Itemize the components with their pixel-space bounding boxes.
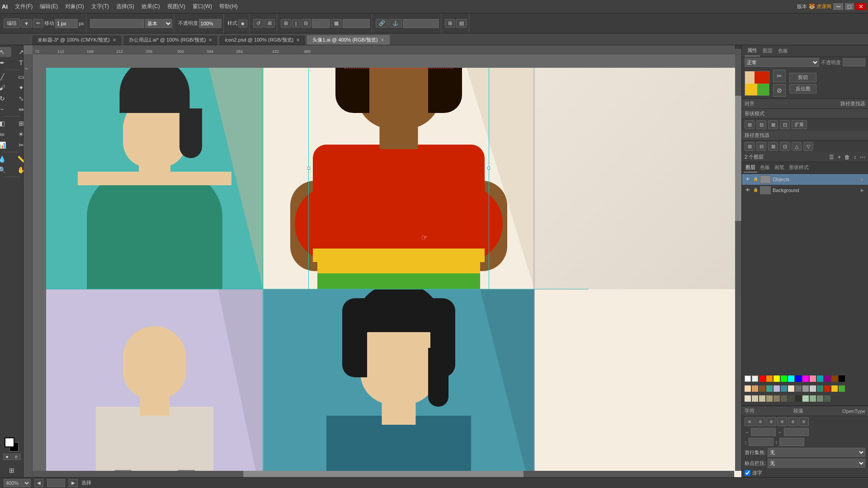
ligate-checkbox[interactable] bbox=[745, 470, 750, 476]
swatch-red[interactable] bbox=[759, 375, 765, 382]
tool-gradient[interactable]: ◧ bbox=[0, 118, 11, 128]
swatch-3-11[interactable] bbox=[817, 395, 823, 402]
tool-eyedrop[interactable]: 💧 bbox=[0, 154, 11, 164]
swatch-orange[interactable] bbox=[766, 375, 773, 382]
align-btn-4[interactable]: ▦ bbox=[331, 19, 342, 28]
pf-btn-4[interactable]: ⊡ bbox=[780, 142, 790, 151]
embed-input[interactable] bbox=[403, 19, 439, 28]
swatch-skin-light[interactable] bbox=[745, 385, 751, 392]
swatch-red-2[interactable] bbox=[824, 385, 830, 392]
align-left-btn[interactable]: ≡ bbox=[745, 417, 755, 426]
toolbar-group-btn[interactable]: 编组 bbox=[4, 19, 20, 28]
swatch-magenta[interactable] bbox=[802, 375, 809, 382]
layers-delete-btn[interactable]: 🗑 bbox=[844, 154, 850, 160]
leading-select[interactable]: 无 bbox=[768, 448, 865, 457]
panel-tab-layers[interactable]: 图层 bbox=[760, 46, 775, 56]
tracking-select[interactable]: 无 bbox=[768, 459, 865, 468]
align-force-btn[interactable]: ≡ bbox=[799, 417, 809, 426]
align-btn-3[interactable]: ⊟ bbox=[301, 19, 311, 28]
swatch-3-10[interactable] bbox=[810, 395, 816, 402]
nav-prev-btn[interactable]: ◀ bbox=[34, 479, 43, 487]
swatch-yellow[interactable] bbox=[774, 375, 780, 382]
swatch-teal-med[interactable] bbox=[766, 385, 773, 392]
swatch-yellow-2[interactable] bbox=[831, 385, 838, 392]
align-btn-1[interactable]: ⊞ bbox=[281, 19, 291, 28]
blend-mode-select[interactable]: 正常 bbox=[745, 58, 819, 67]
menu-view[interactable]: 视图(V) bbox=[164, 3, 189, 10]
panel-tab-swatches[interactable]: 色板 bbox=[775, 46, 791, 56]
align-justify-last-btn[interactable]: ≡ bbox=[788, 417, 798, 426]
swatch-beige[interactable] bbox=[788, 385, 794, 392]
reverse-path-btn[interactable]: 反位图 bbox=[789, 84, 816, 94]
align-right-btn[interactable]: ≡ bbox=[766, 417, 776, 426]
menu-effect[interactable]: 效果(C) bbox=[138, 3, 164, 10]
layer-background-eye[interactable]: 👁 bbox=[745, 187, 751, 193]
vscrollbar-thumb[interactable] bbox=[735, 96, 741, 221]
layers-menu-btn[interactable]: ☰ bbox=[829, 154, 834, 160]
align-center-btn[interactable]: ≡ bbox=[755, 417, 765, 426]
swatch-lt-gray[interactable] bbox=[810, 385, 816, 392]
toolbar-pen-btn[interactable]: ✏ bbox=[33, 19, 43, 28]
tool-rotate[interactable]: ↻ bbox=[0, 94, 11, 103]
pf-btn-3[interactable]: ⊠ bbox=[768, 142, 778, 151]
layer-background-lock[interactable]: 🔒 bbox=[753, 188, 758, 193]
align-justify-btn[interactable]: ≡ bbox=[777, 417, 787, 426]
swatch-blue[interactable] bbox=[795, 375, 802, 382]
swatch-3-8[interactable] bbox=[795, 395, 802, 402]
swatch-green[interactable] bbox=[781, 375, 787, 382]
opacity-value-input[interactable]: 100% bbox=[843, 58, 865, 66]
style-btn[interactable]: ■ bbox=[238, 19, 248, 28]
close-button[interactable]: ✕ bbox=[856, 3, 866, 10]
tool-select[interactable]: ↖ bbox=[0, 47, 11, 57]
layers-move-btn[interactable]: ↕ bbox=[854, 154, 856, 160]
embed-btn[interactable]: ⚓ bbox=[389, 19, 402, 28]
align-input[interactable] bbox=[312, 19, 330, 28]
transform-btn[interactable]: ⊞ bbox=[264, 19, 275, 28]
menu-window[interactable]: 窗口(W) bbox=[189, 3, 216, 10]
menu-help[interactable]: 帮助(H) bbox=[216, 3, 241, 10]
swatch-black[interactable] bbox=[839, 375, 845, 382]
pf-btn-5[interactable]: △ bbox=[792, 142, 802, 151]
swatch-dk-gray[interactable] bbox=[795, 385, 802, 392]
zoom-select[interactable]: 400% 200% 100% bbox=[4, 479, 31, 487]
layers-tab-swatches[interactable]: 色板 bbox=[758, 163, 772, 173]
no-clip-icon[interactable]: ⊘ bbox=[773, 84, 786, 97]
tool-brush[interactable]: 🖌 bbox=[0, 83, 11, 93]
tab-3[interactable]: 头像1.ai @ 400% (RGB/预览) ✕ bbox=[307, 35, 390, 45]
menu-edit[interactable]: 编辑(E) bbox=[36, 3, 61, 10]
swatch-skin-medium[interactable] bbox=[752, 385, 758, 392]
vertical-scrollbar[interactable] bbox=[735, 54, 741, 471]
color-mode-none[interactable]: ⊘ bbox=[12, 454, 20, 460]
toolbar-arrow-btn[interactable]: ▼ bbox=[21, 19, 32, 28]
swatch-skin-dark[interactable] bbox=[759, 385, 765, 392]
swatch-3-6[interactable] bbox=[781, 395, 787, 402]
tool-blend[interactable]: ∞ bbox=[0, 129, 11, 139]
toolbar-stroke-style[interactable]: 基本 bbox=[145, 19, 172, 28]
tool-warp[interactable]: ~ bbox=[0, 104, 11, 114]
swatch-med-gray[interactable] bbox=[802, 385, 809, 392]
swatch-3-7[interactable] bbox=[788, 395, 794, 402]
tab-close-0[interactable]: ✕ bbox=[113, 38, 116, 42]
extra-btn-2[interactable]: ▤ bbox=[456, 19, 467, 28]
layer-background[interactable]: 👁 🔒 Background ▶ bbox=[742, 185, 868, 196]
tool-zoom[interactable]: 🔍 bbox=[0, 165, 11, 175]
panel-tab-properties[interactable]: 属性 bbox=[745, 45, 760, 56]
swatch-cyan[interactable] bbox=[788, 375, 794, 382]
shape-minus[interactable]: ⊟ bbox=[756, 120, 766, 129]
swatch-white[interactable] bbox=[745, 375, 751, 382]
horizontal-scrollbar[interactable] bbox=[33, 471, 734, 477]
layers-tab-brushes[interactable]: 画笔 bbox=[773, 163, 786, 173]
swatch-dark-teal[interactable] bbox=[781, 385, 787, 392]
swatch-3-12[interactable] bbox=[824, 395, 830, 402]
layer-objects-expand[interactable]: ▶ bbox=[861, 177, 865, 182]
link-btn[interactable]: 🔗 bbox=[376, 19, 388, 28]
pf-btn-1[interactable]: ⊞ bbox=[745, 142, 755, 151]
swatch-green-2[interactable] bbox=[839, 385, 845, 392]
indent-left-input[interactable]: 0 px bbox=[751, 428, 776, 436]
swatch-purple[interactable] bbox=[824, 375, 830, 382]
swatch-dark-green[interactable] bbox=[817, 385, 823, 392]
nav-next-btn[interactable]: ▶ bbox=[69, 479, 78, 487]
toolbar-stroke-selector[interactable] bbox=[90, 19, 144, 28]
swatch-teal[interactable] bbox=[817, 375, 823, 382]
menu-text[interactable]: 文字(T) bbox=[88, 3, 113, 10]
